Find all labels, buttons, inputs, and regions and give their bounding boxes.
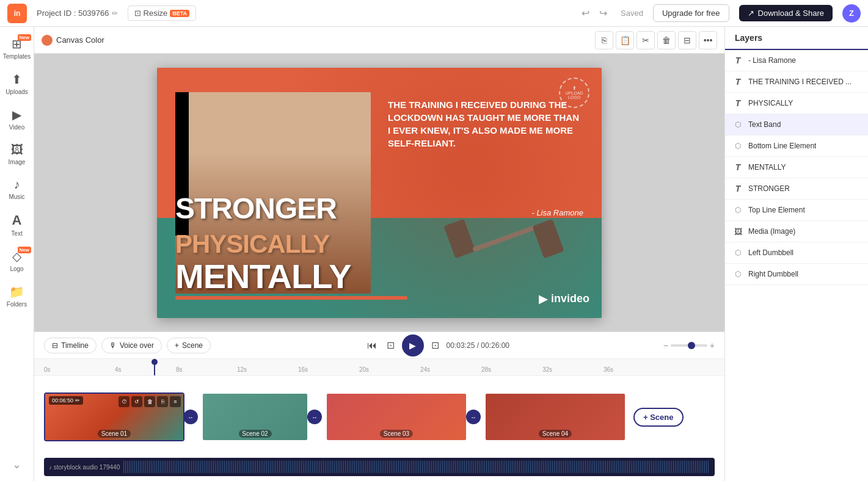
sidebar-item-video[interactable]: ▶ Video (0, 103, 34, 136)
audio-track: ♪ storyblock audio 179440 (44, 458, 715, 476)
scene-clip-4[interactable]: Scene 04 (484, 392, 626, 441)
canvas-viewport[interactable]: THE TRAINING I RECEIVED DURING THE LOCKD… (34, 54, 724, 331)
playhead-indicator[interactable] (154, 359, 155, 375)
sidebar-item-folders[interactable]: 📁 Folders (0, 280, 34, 313)
clip-1-refresh-icon[interactable]: ↺ (131, 396, 142, 407)
canvas-toolbar: Canvas Color ⎘ 📋 ✂ 🗑 ⊟ ••• (34, 27, 724, 54)
ruler-28s: 28s (481, 366, 542, 373)
download-share-button[interactable]: ↗ Download & Share (739, 5, 833, 21)
scene-button[interactable]: + Scene (167, 338, 211, 353)
orange-bar (175, 296, 407, 300)
redo-button[interactable]: ↪ (596, 5, 611, 21)
invideo-logo-icon: ▶ (539, 292, 547, 306)
color-swatch (42, 35, 53, 46)
topbar: in Project ID : 5039766 ✏ ⊡ Resize BETA … (0, 0, 868, 27)
sidebar-item-templates[interactable]: New ⊞ Templates (0, 32, 34, 65)
grid-button[interactable]: ⊟ (678, 31, 696, 49)
design-canvas[interactable]: THE TRAINING I RECEIVED DURING THE LOCKD… (157, 68, 602, 318)
scene-clip-1[interactable]: 00:06:50 ✏ ⏱ ↺ 🗑 ⎘ ≡ Scene 01 (44, 392, 184, 441)
sidebar-item-image[interactable]: 🖼 Image (0, 138, 34, 170)
text-layer-icon-3: T (732, 98, 743, 109)
text-stronger: STRONGER (175, 194, 337, 223)
edit-project-icon[interactable]: ✏ (112, 9, 118, 18)
text-layer-icon: T (732, 55, 743, 66)
zoom-slider[interactable] (671, 344, 707, 347)
timeline-button[interactable]: ⊟ Timeline (44, 338, 97, 353)
upload-icon: ⬆ (572, 85, 577, 91)
transition-2-3[interactable]: ↔ (307, 410, 322, 424)
invideo-logo-text: invideo (551, 292, 589, 305)
layer-left-dumbbell[interactable]: ⬡ Left Dumbbell (725, 242, 868, 264)
text-icon: A (12, 212, 22, 228)
upload-logo-button[interactable]: ⬆ UPLOAD LOGO (559, 78, 589, 108)
add-scene-button[interactable]: + Scene (633, 408, 684, 427)
uploads-icon: ⬆ (12, 72, 22, 87)
undo-redo-group: ↩ ↪ (578, 5, 611, 21)
delete-button[interactable]: 🗑 (657, 31, 676, 49)
transition-1-2[interactable]: ↔ (183, 410, 198, 424)
timeline-ruler: 0s 4s 8s 12s 16s 20s 24s 28s 32s 36s (34, 359, 724, 376)
layer-bottom-line[interactable]: ⬡ Bottom Line Element (725, 136, 868, 157)
layer-physically[interactable]: T PHYSICALLY (725, 93, 868, 114)
upgrade-button[interactable]: Upgrade for free (653, 4, 729, 22)
edit-duration-icon[interactable]: ✏ (75, 397, 80, 403)
layer-lisa-ramone[interactable]: T - Lisa Ramone (725, 50, 868, 71)
more-button[interactable]: ••• (699, 31, 717, 49)
play-button[interactable]: ▶ (402, 335, 424, 356)
layer-top-line[interactable]: ⬡ Top Line Element (725, 200, 868, 221)
scene-4-label: Scene 04 (539, 430, 572, 438)
sidebar-item-text[interactable]: A Text (0, 208, 34, 242)
playback-controls: ⏮ ⊡ ▶ ⊡ (365, 335, 442, 356)
skip-back-button[interactable]: ⏮ (365, 338, 379, 353)
copy-button[interactable]: ⎘ (595, 31, 613, 49)
zoom-in-button[interactable]: + (710, 341, 715, 350)
text-layer-icon-2: T (732, 76, 743, 87)
zoom-thumb (688, 342, 695, 349)
canvas-color-button[interactable]: Canvas Color (42, 35, 104, 46)
clip-1-timeline-icon[interactable]: ≡ (170, 396, 181, 407)
transition-3-4[interactable]: ↔ (466, 410, 481, 424)
new-badge-logo: New (18, 247, 31, 253)
layer-text-band[interactable]: ⬡ Text Band (725, 114, 868, 136)
clip-1-timer-icon[interactable]: ⏱ (119, 396, 129, 407)
layer-mentally[interactable]: T MENTALLY (725, 157, 868, 178)
avatar[interactable]: Z (842, 4, 861, 23)
frame-forward-button[interactable]: ⊡ (429, 337, 442, 353)
resize-button[interactable]: ⊡ Resize BETA (128, 5, 197, 21)
time-display: 00:03:25 / 00:26:00 (447, 341, 509, 350)
undo-button[interactable]: ↩ (578, 5, 593, 21)
ruler-12s: 12s (237, 366, 298, 373)
sidebar-item-uploads[interactable]: ⬆ Uploads (0, 67, 34, 100)
zoom-out-button[interactable]: − (663, 341, 668, 350)
right-panel: Layers T - Lisa Ramone T THE TRAINING I … (724, 27, 868, 481)
image-layer-icon: 🖼 (732, 226, 743, 237)
layer-training-text[interactable]: T THE TRAINING I RECEIVED ... (725, 71, 868, 93)
logo[interactable]: in (7, 4, 27, 23)
frame-back-button[interactable]: ⊡ (384, 337, 397, 353)
layer-media-image[interactable]: 🖼 Media (Image) (725, 221, 868, 242)
bottom-panel: ⊟ Timeline 🎙 Voice over + Scene ⏮ ⊡ ▶ ⊡ (34, 331, 724, 481)
clip-1-duration: 00:06:50 ✏ (49, 396, 83, 405)
layer-stronger[interactable]: T STRONGER (725, 178, 868, 200)
paste-button[interactable]: 📋 (616, 31, 634, 49)
canvas-area: Canvas Color ⎘ 📋 ✂ 🗑 ⊟ ••• (34, 27, 724, 481)
cut-button[interactable]: ✂ (636, 31, 655, 49)
shape-layer-icon-4: ⬡ (732, 247, 743, 258)
text-physically: PHYSICALLY (175, 231, 329, 257)
timeline-icon: ⊟ (52, 341, 58, 350)
scene-1-label: Scene 01 (98, 430, 131, 438)
sidebar-item-music[interactable]: ♪ Music (0, 173, 34, 205)
layer-right-dumbbell[interactable]: ⬡ Right Dumbbell (725, 264, 868, 285)
sidebar-item-logo[interactable]: New ◇ Logo (0, 244, 34, 277)
external-link-icon: ↗ (748, 9, 754, 18)
scene-icon: + (175, 341, 179, 350)
video-icon: ▶ (12, 107, 21, 122)
voiceover-button[interactable]: 🎙 Voice over (101, 338, 162, 353)
clip-1-copy-icon[interactable]: ⎘ (157, 396, 168, 407)
image-icon: 🖼 (11, 143, 23, 157)
scene-clip-2[interactable]: Scene 02 (202, 392, 308, 441)
clip-1-delete-icon[interactable]: 🗑 (144, 396, 155, 407)
scene-clip-3[interactable]: Scene 03 (326, 392, 467, 441)
sidebar-more-button[interactable]: ⌄ (7, 453, 26, 476)
right-panel-fill (725, 285, 868, 481)
